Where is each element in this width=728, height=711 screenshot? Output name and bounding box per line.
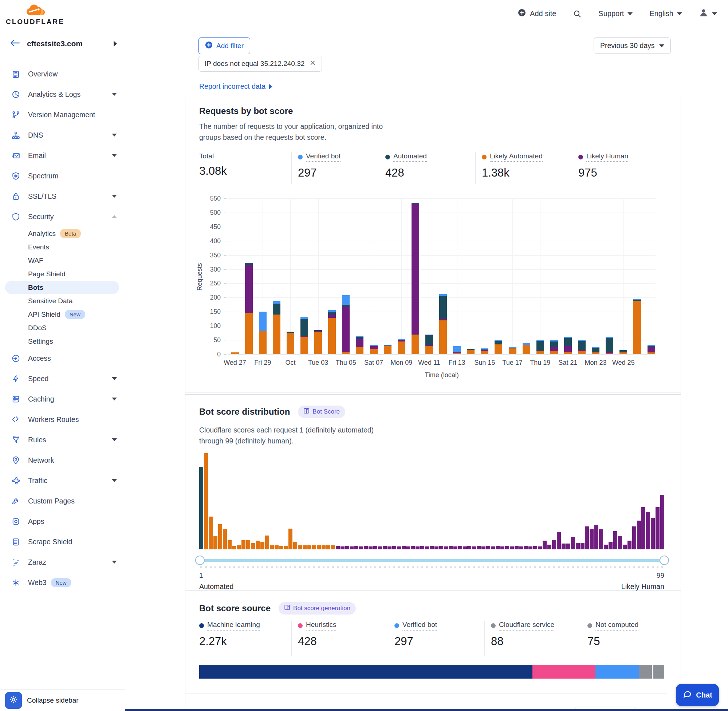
histogram-bar[interactable] [529, 546, 532, 549]
sidebar-item-network[interactable]: Network [0, 450, 125, 471]
histogram-bar[interactable] [293, 542, 297, 549]
bar-segment-likely_human[interactable] [412, 204, 419, 335]
histogram-bar[interactable] [402, 546, 406, 549]
bar-segment-likely_automated[interactable] [578, 351, 586, 354]
bar-segment-likely_human[interactable] [328, 314, 336, 318]
histogram-bar[interactable] [590, 530, 594, 549]
chat-button[interactable]: Chat [676, 684, 719, 706]
histogram-bar[interactable] [486, 546, 490, 549]
bar-segment-verified_bot[interactable] [592, 347, 600, 348]
histogram-bar[interactable] [275, 545, 279, 549]
histogram-bar[interactable] [279, 546, 284, 549]
language-menu[interactable]: English [649, 9, 682, 18]
stat-label-text[interactable]: Likely Human [586, 152, 628, 162]
bar-segment-verified_bot[interactable] [342, 295, 350, 305]
histogram-bar[interactable] [298, 545, 302, 549]
sidebar-item-traffic[interactable]: Traffic [0, 471, 125, 491]
stat-label-text[interactable]: Likely Automated [490, 152, 543, 162]
histogram-bar[interactable] [260, 542, 264, 549]
bar-segment-automated[interactable] [605, 338, 613, 352]
histogram-bar[interactable] [646, 512, 650, 549]
sidebar-item-analytics-logs[interactable]: Analytics & Logs [0, 84, 125, 105]
bar-segment-automated[interactable] [648, 346, 655, 348]
bar-segment-automated[interactable] [467, 349, 474, 350]
bar-segment-likely_automated[interactable] [370, 349, 378, 354]
bar-segment-automated[interactable] [273, 304, 281, 314]
histogram-bar[interactable] [303, 545, 307, 549]
sidebar-item-speed[interactable]: Speed [0, 369, 125, 389]
add-filter-button[interactable]: Add filter [198, 37, 250, 54]
histogram-bar[interactable] [608, 542, 613, 549]
histogram-bar[interactable] [204, 453, 208, 549]
sidebar-item-spectrum[interactable]: Spectrum [0, 166, 125, 186]
date-range-selector[interactable]: Previous 30 days [594, 37, 671, 54]
histogram-bar[interactable] [288, 529, 292, 549]
bar-segment-automated[interactable] [509, 348, 517, 348]
bar-segment-likely_human[interactable] [648, 347, 655, 353]
histogram-bar[interactable] [223, 530, 227, 549]
collapse-sidebar-label[interactable]: Collapse sidebar [27, 696, 79, 704]
histogram-bar[interactable] [354, 546, 358, 549]
histogram-bar[interactable] [227, 540, 232, 549]
histogram-bar[interactable] [481, 546, 486, 549]
sidebar-item-ddos[interactable]: DDoS [0, 321, 125, 335]
bar-segment-likely_human[interactable] [605, 352, 613, 354]
slider-handle-max[interactable] [660, 556, 669, 565]
bar-segment-likely_automated[interactable] [273, 314, 281, 354]
bar-segment-likely_automated[interactable] [495, 344, 502, 354]
histogram-bar[interactable] [637, 521, 641, 549]
histogram-bar[interactable] [533, 546, 537, 549]
bar-segment-automated[interactable] [314, 330, 322, 331]
histogram-bar[interactable] [430, 546, 434, 549]
histogram-bar[interactable] [561, 544, 566, 549]
histogram-bar[interactable] [580, 543, 585, 549]
histogram-bar[interactable] [501, 546, 504, 549]
bar-segment-likely_automated[interactable] [633, 301, 641, 354]
histogram-bar[interactable] [491, 546, 495, 549]
add-site-button[interactable]: Add site [517, 8, 556, 19]
histogram-bar[interactable] [218, 524, 222, 549]
histogram-bar[interactable] [571, 537, 575, 549]
histogram-bar[interactable] [604, 544, 608, 549]
histogram-bar[interactable] [331, 545, 335, 549]
stat-label-text[interactable]: Machine learning [207, 621, 260, 631]
bar-segment-likely_automated[interactable] [245, 313, 253, 354]
histogram-bar[interactable] [199, 467, 203, 549]
histogram-bar[interactable] [656, 507, 660, 549]
bar-segment-verified_bot[interactable] [439, 294, 447, 296]
histogram-bar[interactable] [651, 518, 655, 549]
bar-segment-likely_automated[interactable] [231, 353, 239, 354]
histogram-bar[interactable] [411, 546, 415, 549]
histogram-bar[interactable] [406, 546, 410, 549]
source-bar-segment-not-computed[interactable] [653, 665, 664, 679]
bar-segment-verified_bot[interactable] [509, 347, 517, 348]
stat-label-text[interactable]: Cloudflare service [499, 621, 554, 631]
histogram-bar[interactable] [519, 546, 523, 549]
histogram-bar[interactable] [449, 546, 453, 549]
histogram-bar[interactable] [317, 545, 321, 549]
histogram-bar[interactable] [547, 544, 551, 549]
bar-segment-automated[interactable] [495, 341, 502, 344]
bar-segment-verified_bot[interactable] [578, 340, 586, 341]
histogram-bar[interactable] [467, 546, 471, 549]
bar-segment-verified_bot[interactable] [648, 345, 655, 346]
sidebar-item-bots[interactable]: Bots [5, 281, 119, 294]
sidebar-item-caching[interactable]: Caching [0, 389, 125, 409]
histogram-bar[interactable] [251, 543, 255, 549]
bar-segment-likely_human[interactable] [481, 350, 488, 351]
bar-segment-likely_automated[interactable] [356, 347, 363, 354]
bot-score-badge[interactable]: Bot Score [298, 406, 345, 418]
bar-segment-likely_human[interactable] [564, 346, 572, 352]
bar-segment-likely_human[interactable] [342, 307, 350, 352]
bar-segment-likely_automated[interactable] [342, 352, 350, 354]
sidebar-item-scrape-shield[interactable]: Scrape Shield [0, 531, 125, 552]
bar-segment-likely_automated[interactable] [286, 333, 294, 354]
bar-segment-verified_bot[interactable] [633, 299, 641, 299]
histogram-bar[interactable] [515, 546, 518, 549]
histogram-bar[interactable] [434, 546, 439, 549]
histogram-bar[interactable] [510, 546, 514, 549]
bar-segment-automated[interactable] [328, 312, 336, 314]
histogram-bar[interactable] [641, 507, 645, 549]
bar-segment-likely_automated[interactable] [648, 353, 655, 354]
sidebar-item-email[interactable]: Email [0, 145, 125, 166]
